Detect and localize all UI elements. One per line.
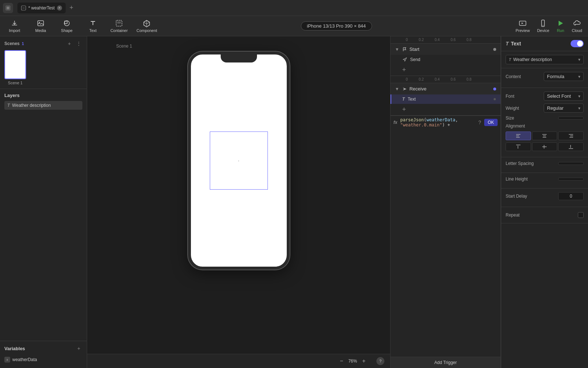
size-row: Size xyxy=(506,116,584,121)
align-right-btn[interactable] xyxy=(558,132,584,140)
tab-add-btn[interactable]: + xyxy=(67,4,76,12)
scenes-menu-btn[interactable]: ⋮ xyxy=(75,40,82,47)
text-trigger-item[interactable]: T Text xyxy=(391,94,501,104)
tab-bar: * weahterTest × + xyxy=(3,3,585,13)
start-block: 0 0.2 0.4 0.6 0.8 ▼ Start xyxy=(391,36,501,76)
layers-header: Layers xyxy=(4,93,82,98)
formula-help-btn[interactable]: ? xyxy=(478,120,481,125)
svg-point-4 xyxy=(64,21,69,26)
zoom-help-btn[interactable]: ? xyxy=(376,357,384,365)
scenes-title: Scenes 1 xyxy=(4,41,24,46)
app-tab[interactable]: * weahterTest × xyxy=(17,3,66,13)
trigger-panel-inner: 0 0.2 0.4 0.6 0.8 ▼ Start xyxy=(391,36,501,368)
variables-header: Variables + xyxy=(4,345,82,352)
repeat-checkbox[interactable] xyxy=(578,212,584,218)
start-flag-icon xyxy=(402,47,407,52)
line-height-label: Line Height xyxy=(506,177,535,182)
tab-close-btn[interactable]: × xyxy=(57,5,62,11)
scene-name: Scene 1 xyxy=(8,81,23,85)
weight-label: Weight xyxy=(506,106,535,111)
align-top-btn[interactable] xyxy=(506,142,531,151)
add-variable-btn[interactable]: + xyxy=(75,345,82,352)
zoom-minus-btn[interactable]: − xyxy=(338,357,345,365)
formula-paren2: ) + xyxy=(442,122,450,128)
right-panel-title-text: Text xyxy=(511,41,521,46)
toolbar-import[interactable]: Import xyxy=(6,19,23,33)
align-left-btn[interactable] xyxy=(506,132,531,140)
weather-desc-text: Weather description xyxy=(513,57,552,62)
variables-section: Variables + x weatherData xyxy=(0,341,87,368)
toolbar-center: iPhone 13/13 Pro 390 × 844 xyxy=(166,21,507,31)
receive-add-btn[interactable]: + xyxy=(391,104,501,115)
start-collapse-btn[interactable]: ▼ xyxy=(395,47,399,52)
repeat-section: Repeat xyxy=(501,207,588,223)
letter-spacing-value[interactable] xyxy=(558,162,584,165)
text-label: Text xyxy=(89,28,97,33)
variable-item[interactable]: x weatherData xyxy=(4,355,82,364)
start-delay-value[interactable]: 0 xyxy=(558,192,584,200)
font-dropdown[interactable]: Select Font ▾ xyxy=(544,92,584,101)
add-scene-btn[interactable]: + xyxy=(66,40,73,47)
formula-string-text: "weather.0.main" xyxy=(400,122,442,128)
line-height-section: Line Height xyxy=(501,173,588,189)
receive-block: 0 0.2 0.4 0.6 0.8 ▼ Receive xyxy=(391,76,501,116)
layers-section: Layers T Weather description xyxy=(0,89,87,341)
align-bottom-btn[interactable] xyxy=(558,142,584,151)
right-panel: T Text T Weather description ▾ Content F… xyxy=(501,36,588,368)
weather-dropdown-chevron: ▾ xyxy=(578,57,580,62)
content-section: Content Formula ▾ xyxy=(501,68,588,88)
toolbar-text[interactable]: Text xyxy=(84,19,102,33)
layer-item-weather-desc[interactable]: T Weather description xyxy=(4,101,82,110)
formula-display: parseJson(weatherData, "weather.0.main")… xyxy=(400,117,475,128)
zoom-value: 76% xyxy=(348,359,357,364)
main-area: Scenes 1 + ⋮ Scene 1 Layers T xyxy=(0,36,588,368)
toolbar-shape[interactable]: Shape xyxy=(58,19,75,33)
right-panel-header: T Text xyxy=(501,36,588,51)
layer-item-label: Weather description xyxy=(12,103,51,108)
center-area: Scene 1 · − 76% + ? xyxy=(87,36,390,368)
toolbar-device[interactable]: Device xyxy=(537,19,550,33)
weather-dropdown[interactable]: T Weather description ▾ xyxy=(506,55,584,64)
cloud-label: Cloud xyxy=(572,28,582,33)
align-center-btn[interactable] xyxy=(532,132,558,140)
start-header: ▼ Start xyxy=(391,44,501,55)
toolbar: Import Media Shape Text Container xyxy=(0,16,588,36)
toggle-switch[interactable] xyxy=(571,40,584,47)
formula-ok-btn[interactable]: OK xyxy=(484,119,498,126)
scene-thumbnail[interactable] xyxy=(4,50,26,79)
variables-title: Variables xyxy=(4,346,25,351)
formula-var-text: weatherData xyxy=(426,117,455,122)
toolbar-right: Preview Device Run Cloud xyxy=(516,19,583,33)
add-trigger-btn[interactable]: Add Trigger xyxy=(391,357,501,368)
canvas-scene-label: Scene 1 xyxy=(116,44,132,49)
toolbar-component[interactable]: Component xyxy=(136,19,157,33)
content-dropdown[interactable]: Formula ▾ xyxy=(544,72,584,81)
font-dropdown-chevron: ▾ xyxy=(578,94,580,99)
left-panel: Scenes 1 + ⋮ Scene 1 Layers T xyxy=(0,36,87,368)
zoom-plus-btn[interactable]: + xyxy=(360,357,368,365)
receive-ruler: 0 0.2 0.4 0.6 0.8 xyxy=(391,76,501,83)
toolbar-run[interactable]: Run xyxy=(556,19,564,33)
align-middle-btn[interactable] xyxy=(532,142,558,151)
receive-collapse-btn[interactable]: ▼ xyxy=(395,86,399,92)
device-label[interactable]: iPhone 13/13 Pro 390 × 844 xyxy=(301,21,372,31)
line-height-value[interactable] xyxy=(558,178,584,181)
toolbar-media[interactable]: Media xyxy=(32,19,49,33)
size-label: Size xyxy=(506,116,535,121)
scene-item[interactable]: Scene 1 xyxy=(4,50,26,85)
content-label: Content xyxy=(506,74,535,79)
receive-icon xyxy=(402,86,407,92)
start-add-btn[interactable]: + xyxy=(391,64,501,76)
toolbar-container[interactable]: Container xyxy=(110,19,128,33)
start-delay-label: Start Delay xyxy=(506,194,535,199)
phone-content: · xyxy=(191,54,287,267)
alignment-grid-1 xyxy=(506,132,584,140)
toolbar-cloud[interactable]: Cloud xyxy=(572,19,582,33)
layer-text-icon: T xyxy=(7,103,10,108)
toolbar-preview[interactable]: Preview xyxy=(516,19,530,33)
text-element-selected[interactable]: · xyxy=(210,132,268,190)
size-value[interactable] xyxy=(558,117,584,120)
send-item[interactable]: Send xyxy=(391,55,501,64)
weight-dropdown[interactable]: Regular ▾ xyxy=(544,104,584,113)
letter-spacing-section: Letter Spacing xyxy=(501,157,588,173)
